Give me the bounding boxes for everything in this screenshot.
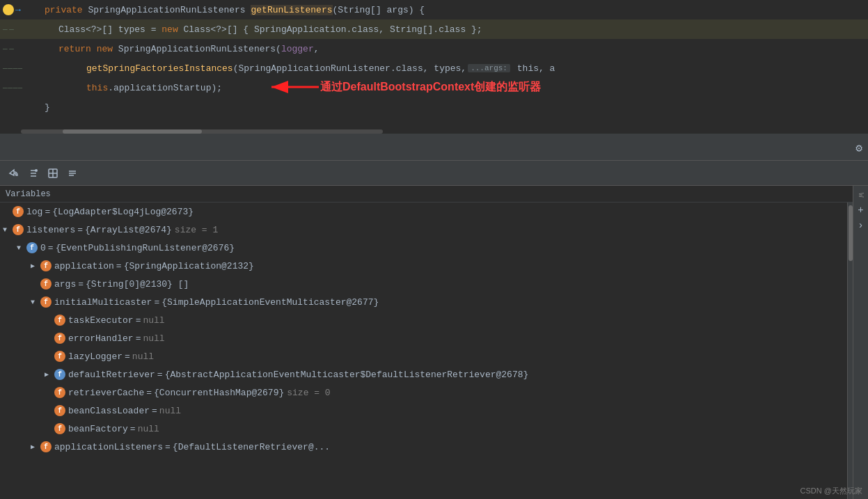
right-panel-plus[interactable]: + [855, 204, 867, 216]
code-content-6: } [28, 102, 868, 113]
code-line-6: } [0, 97, 868, 117]
class-literal2: class [439, 24, 466, 35]
var-list[interactable]: f log = {LogAdapter$Log4jLog@2673} f lis… [0, 203, 853, 499]
paren2: (SpringApplicationRunListener. [233, 63, 396, 74]
brace: { SpringApplication. [238, 24, 352, 35]
this-ref: this, a [517, 63, 555, 74]
space [91, 44, 97, 54]
variables-scrollbar[interactable] [847, 203, 853, 499]
var-item-lazy-logger[interactable]: f lazyLogger = null [0, 347, 853, 365]
comma: , String[]. [379, 24, 439, 35]
field-icon-args: f [40, 278, 52, 290]
toolbar-btn-1[interactable] [6, 165, 22, 182]
var-eq-al: = [165, 442, 171, 452]
toolbar-btn-2[interactable] [25, 165, 42, 182]
toolbar-btn-4[interactable] [64, 165, 81, 182]
var-name-lazy: lazyLogger [68, 351, 123, 362]
field-icon-application: f [40, 260, 52, 271]
var-item-listeners[interactable]: f listeners = {ArrayList@2674} size = 1 [0, 221, 853, 239]
keyword-private: private [45, 5, 83, 15]
space [113, 44, 118, 54]
current-line-arrow: → [15, 5, 21, 15]
expand-arrow-0 [17, 244, 25, 252]
field-icon-lazy: f [54, 351, 65, 362]
svg-point-0 [35, 169, 38, 172]
code-scrollbar[interactable] [21, 129, 383, 134]
var-item-app-listeners[interactable]: f applicationListeners = {DefaultListene… [0, 438, 853, 456]
var-val-0: {EventPublishingRunListener@2676} [56, 243, 235, 253]
comma4: , [461, 63, 466, 74]
code-scrollbar-thumb [63, 129, 202, 134]
var-item-0[interactable]: f 0 = {EventPublishingRunListener@2676} [0, 239, 853, 257]
var-item-bean-classloader[interactable]: f beanClassLoader = null [0, 402, 853, 420]
breakpoint-icon [3, 4, 14, 15]
var-name-bf: beanFactory [68, 424, 128, 434]
var-eq-application: = [116, 261, 122, 271]
field-icon-bcl: f [54, 405, 65, 416]
space2 [429, 63, 434, 74]
var-item-bean-factory[interactable]: f beanFactory = null [0, 420, 853, 438]
var-val-lazy: null [132, 351, 154, 362]
line-gutter-1: → [0, 4, 28, 15]
var-size-listeners: size = 1 [175, 225, 218, 235]
var-item-log[interactable]: f log = {LogAdapter$Log4jLog@2673} [0, 203, 853, 221]
field-icon-cache: f [54, 387, 65, 398]
variables-label: Variables [6, 189, 51, 199]
field-icon-listeners: f [13, 224, 24, 235]
var-name-listeners: listeners [26, 225, 75, 235]
paren: (String[] args) { [333, 5, 425, 15]
var-item-error-handler[interactable]: f errorHandler = null [0, 329, 853, 347]
var-types: types [118, 24, 145, 35]
var-val-retriever: {AbstractApplicationEventMulticaster$Def… [165, 370, 529, 380]
var-item-args[interactable]: f args = {String[0]@2130} [] [0, 275, 853, 293]
var-eq-retriever: = [157, 370, 163, 380]
var-val-cache: {ConcurrentHashMap@2679} [154, 388, 284, 398]
var-val-log: {LogAdapter$Log4jLog@2673} [52, 207, 194, 217]
var-name-log: log [26, 207, 42, 217]
toolbar-row: ⚙ [0, 136, 868, 161]
var-name-cache: retrieverCache [68, 388, 144, 398]
right-panel: W + › [853, 186, 868, 499]
var-name-args: args [54, 279, 76, 290]
var-eq-error: = [136, 333, 141, 344]
toolbar-btn-3[interactable] [45, 165, 61, 182]
method-getfactories: getSpringFactoriesInstances [86, 63, 233, 74]
var-name-al: applicationListeners [54, 442, 163, 452]
var-name-retriever: defaultRetriever [68, 370, 155, 380]
var-eq-bf: = [130, 424, 136, 434]
expand-arrow-multicaster [31, 299, 39, 306]
space3 [512, 63, 517, 74]
code-content-2: Class<?>[] types = new Class<?>[] { Spri… [28, 24, 868, 35]
code-line-2: — — Class<?>[] types = new Class<?>[] { … [0, 19, 868, 39]
code-content-4: getSpringFactoriesInstances (SpringAppli… [28, 63, 868, 74]
field-icon-al: f [40, 441, 52, 452]
field-icon-retriever: f [54, 369, 65, 380]
var-val-al: {DefaultListenerRetriever@... [173, 442, 330, 452]
field-icon-multicaster: f [40, 296, 52, 308]
var-eq-task: = [136, 315, 141, 326]
space [145, 24, 151, 35]
type-spring: SpringApplicationRunListeners [88, 5, 245, 15]
gear-button[interactable]: ⚙ [855, 141, 862, 155]
code-line-1: → private SpringApplicationRunListeners … [0, 0, 868, 19]
var-item-task-executor[interactable]: f taskExecutor = null [0, 311, 853, 329]
var-item-application[interactable]: f application = {SpringApplication@2132} [0, 257, 853, 275]
expand-arrow-retriever [45, 370, 53, 379]
var-name-multicaster: initialMulticaster [54, 297, 152, 308]
var-val-error: null [143, 333, 164, 344]
variables-header: Variables [0, 186, 853, 203]
var-name-error: errorHandler [68, 333, 134, 344]
right-panel-chevron[interactable]: › [855, 219, 867, 232]
var-name-task: taskExecutor [68, 315, 134, 326]
code-content-5: this .applicationStartup); [28, 83, 868, 93]
var-item-initial-multicaster[interactable]: f initialMulticaster = {SimpleApplicatio… [0, 293, 853, 311]
var-item-default-retriever[interactable]: f defaultRetriever = {AbstractApplicatio… [0, 365, 853, 383]
code-line-5: — — — — this .applicationStartup); [0, 78, 868, 97]
field-icon-0: f [26, 242, 38, 253]
dot-prop: .applicationStartup); [108, 83, 222, 93]
var-val-application: {SpringApplication@2132} [124, 261, 254, 271]
this-kw: this [86, 83, 108, 93]
var-val-bf: null [138, 424, 159, 434]
var-item-retriever-cache[interactable]: f retrieverCache = {ConcurrentHashMap@26… [0, 383, 853, 402]
dash-line2: — — — — [3, 64, 20, 72]
